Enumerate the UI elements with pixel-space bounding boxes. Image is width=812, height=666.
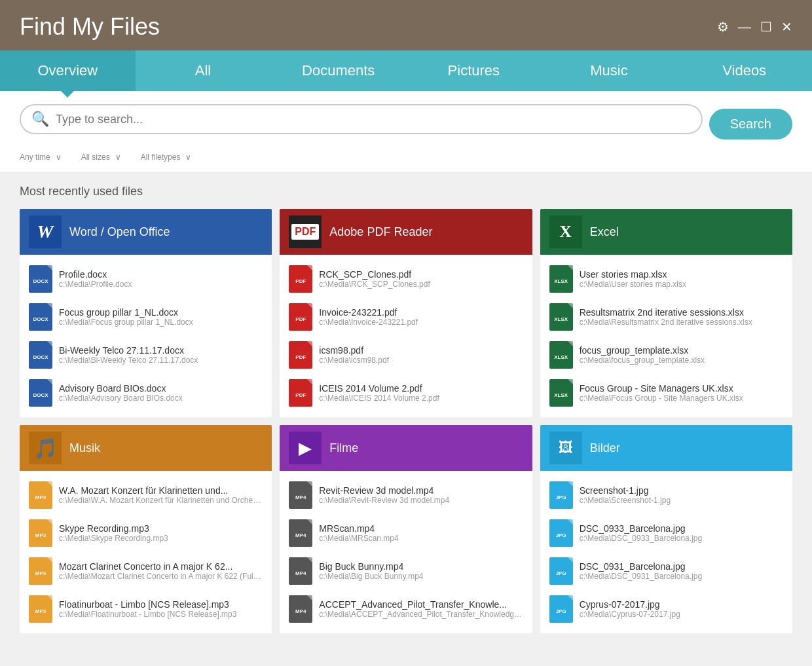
list-item[interactable]: XLSX focus_group_template.xlsx c:\Media\… (540, 336, 792, 374)
file-path: c:\Media\User stories map.xlsx (580, 280, 783, 289)
file-path: c:\Media\Invoice-243221.pdf (319, 318, 523, 327)
list-item[interactable]: JPG Screenshot-1.jpg c:\Media\Screenshot… (540, 476, 792, 514)
list-item[interactable]: MP4 Revit-Review 3d model.mp4 c:\Media\R… (280, 476, 532, 514)
type-filter-chevron: ∨ (185, 153, 191, 162)
file-path: c:\Media\Floatinurboat - Limbo [NCS Rele… (59, 610, 263, 619)
close-icon[interactable]: ✕ (781, 19, 792, 35)
size-filter-label: All sizes (81, 153, 110, 162)
file-name: ACCEPT_Advanced_Pilot_Transfer_Knowle... (319, 599, 523, 610)
size-filter[interactable]: All sizes ∨ (81, 153, 121, 162)
file-path: c:\Media\Big Buck Bunny.mp4 (319, 572, 523, 581)
file-name: Bi-Weekly Telco 27.11.17.docx (59, 345, 263, 356)
app-header: Find My Files ⚙ — ☐ ✕ (0, 0, 812, 50)
file-info: ICEIS 2014 Volume 2.pdf c:\Media\ICEIS 2… (319, 383, 523, 403)
file-name: ICEIS 2014 Volume 2.pdf (319, 383, 523, 394)
list-item[interactable]: MP4 ACCEPT_Advanced_Pilot_Transfer_Knowl… (280, 590, 532, 628)
file-type-icon: XLSX (549, 265, 573, 293)
list-item[interactable]: DOCX Focus group pillar 1_NL.docx c:\Med… (20, 298, 272, 336)
list-item[interactable]: XLSX User stories map.xlsx c:\Media\User… (540, 260, 792, 298)
file-info: Invoice-243221.pdf c:\Media\Invoice-2432… (319, 307, 523, 327)
file-name: focus_group_template.xlsx (580, 345, 783, 356)
category-title-pdf: Adobe PDF Reader (329, 225, 432, 239)
list-item[interactable]: MP4 Big Buck Bunny.mp4 c:\Media\Big Buck… (280, 552, 532, 590)
file-path: c:\Media\DSC_0931_Barcelona.jpg (580, 572, 783, 581)
list-item[interactable]: JPG DSC_0933_Barcelona.jpg c:\Media\DSC_… (540, 514, 792, 552)
file-name: DSC_0933_Barcelona.jpg (580, 523, 783, 534)
window-controls: ⚙ — ☐ ✕ (717, 19, 792, 35)
category-title-excel: Excel (590, 225, 619, 239)
category-word: WWord / Open Office DOCX Profile.docx c:… (20, 209, 272, 417)
search-button[interactable]: Search (709, 109, 792, 139)
images-category-icon: 🖼 (549, 432, 582, 464)
file-info: Focus Group - Site Managers UK.xlsx c:\M… (580, 383, 783, 403)
size-filter-chevron: ∨ (115, 153, 121, 162)
file-name: Resultsmatrix 2nd iterative sessions.xls… (580, 307, 783, 318)
filters: Any time ∨ All sizes ∨ All filetypes ∨ (20, 153, 792, 162)
file-info: icsm98.pdf c:\Media\icsm98.pdf (319, 345, 523, 365)
file-name: Mozart Clarinet Concerto in A major K 62… (59, 561, 263, 572)
tab-overview[interactable]: Overview (0, 50, 136, 91)
file-name: MRScan.mp4 (319, 523, 523, 534)
list-item[interactable]: PDF ICEIS 2014 Volume 2.pdf c:\Media\ICE… (280, 374, 532, 412)
file-name: icsm98.pdf (319, 345, 523, 356)
type-filter[interactable]: All filetypes ∨ (141, 153, 192, 162)
list-item[interactable]: MP3 Skype Recording.mp3 c:\Media\Skype R… (20, 514, 272, 552)
file-type-icon: MP3 (29, 519, 52, 547)
file-info: User stories map.xlsx c:\Media\User stor… (580, 269, 783, 289)
tab-documents[interactable]: Documents (270, 50, 406, 91)
tab-pictures[interactable]: Pictures (406, 50, 542, 91)
list-item[interactable]: MP3 Mozart Clarinet Concerto in A major … (20, 552, 272, 590)
file-grid: WWord / Open Office DOCX Profile.docx c:… (20, 209, 792, 633)
file-type-icon: MP4 (289, 519, 312, 547)
list-item[interactable]: PDF Invoice-243221.pdf c:\Media\Invoice-… (280, 298, 532, 336)
file-info: Screenshot-1.jpg c:\Media\Screenshot-1.j… (580, 485, 783, 505)
file-type-icon: JPG (549, 519, 573, 547)
settings-icon[interactable]: ⚙ (717, 19, 729, 35)
file-info: Focus group pillar 1_NL.docx c:\Media\Fo… (59, 307, 263, 327)
file-type-icon: DOCX (29, 379, 52, 407)
maximize-icon[interactable]: ☐ (760, 19, 772, 35)
file-info: Mozart Clarinet Concerto in A major K 62… (59, 561, 263, 581)
file-list-images: JPG Screenshot-1.jpg c:\Media\Screenshot… (540, 471, 792, 633)
list-item[interactable]: MP4 MRScan.mp4 c:\Media\MRScan.mp4 (280, 514, 532, 552)
file-path: c:\Media\Skype Recording.mp3 (59, 534, 263, 543)
file-name: DSC_0931_Barcelona.jpg (580, 561, 783, 572)
category-header-excel: XExcel (540, 209, 792, 255)
tab-videos[interactable]: Videos (676, 50, 812, 91)
file-info: Advisory Board BIOs.docx c:\Media\Adviso… (59, 383, 263, 403)
list-item[interactable]: JPG DSC_0931_Barcelona.jpg c:\Media\DSC_… (540, 552, 792, 590)
list-item[interactable]: DOCX Advisory Board BIOs.docx c:\Media\A… (20, 374, 272, 412)
list-item[interactable]: PDF RCK_SCP_Clones.pdf c:\Media\RCK_SCP_… (280, 260, 532, 298)
minimize-icon[interactable]: — (738, 20, 751, 35)
list-item[interactable]: DOCX Bi-Weekly Telco 27.11.17.docx c:\Me… (20, 336, 272, 374)
file-type-icon: JPG (549, 595, 573, 623)
file-type-icon: PDF (289, 341, 312, 369)
list-item[interactable]: XLSX Focus Group - Site Managers UK.xlsx… (540, 374, 792, 412)
search-area: 🔍 Search Any time ∨ All sizes ∨ All file… (0, 91, 812, 172)
list-item[interactable]: MP3 W.A. Mozart Konzert für Klarinetten … (20, 476, 272, 514)
list-item[interactable]: PDF icsm98.pdf c:\Media\icsm98.pdf (280, 336, 532, 374)
pdf-category-icon: PDF (289, 215, 322, 248)
file-name: W.A. Mozart Konzert für Klarinetten und.… (59, 485, 263, 496)
search-input[interactable] (56, 113, 691, 126)
file-path: c:\Media\Profile.docx (59, 280, 263, 289)
time-filter[interactable]: Any time ∨ (20, 153, 62, 162)
file-type-icon: XLSX (549, 379, 573, 407)
file-name: Screenshot-1.jpg (580, 485, 783, 496)
list-item[interactable]: XLSX Resultsmatrix 2nd iterative session… (540, 298, 792, 336)
file-type-icon: MP3 (29, 595, 52, 623)
file-path: c:\Media\RCK_SCP_Clones.pdf (319, 280, 523, 289)
tab-all[interactable]: All (136, 50, 271, 91)
list-item[interactable]: JPG Cyprus-07-2017.jpg c:\Media\Cyprus-0… (540, 590, 792, 628)
category-header-pdf: PDFAdobe PDF Reader (280, 209, 532, 255)
file-path: c:\Media\Revit-Review 3d model.mp4 (319, 496, 523, 505)
section-title: Most recently used files (20, 185, 792, 198)
list-item[interactable]: DOCX Profile.docx c:\Media\Profile.docx (20, 260, 272, 298)
file-info: DSC_0931_Barcelona.jpg c:\Media\DSC_0931… (580, 561, 783, 581)
list-item[interactable]: MP3 Floatinurboat - Limbo [NCS Release].… (20, 590, 272, 628)
file-type-icon: JPG (549, 557, 573, 585)
file-path: c:\Media\focus_group_template.xlsx (580, 356, 783, 365)
file-list-excel: XLSX User stories map.xlsx c:\Media\User… (540, 255, 792, 417)
file-path: c:\Media\Cyprus-07-2017.jpg (580, 610, 783, 619)
tab-music[interactable]: Music (542, 50, 677, 91)
